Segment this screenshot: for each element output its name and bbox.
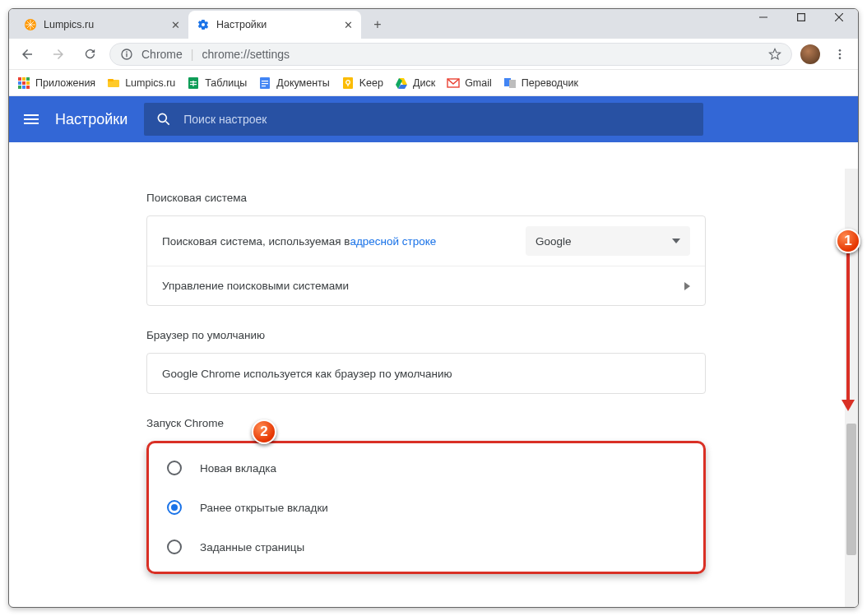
annotation-ball-2: 2 [252,419,276,444]
address-bar-link[interactable]: адресной строке [350,235,436,248]
svg-point-10 [839,57,842,59]
folder-icon [107,76,120,90]
page-title: Настройки [55,111,128,128]
radio-icon[interactable] [167,461,182,475]
svg-rect-14 [18,81,21,85]
window-maximize[interactable] [782,8,820,30]
svg-rect-15 [22,81,26,85]
window-close[interactable] [820,8,858,30]
omnibox-origin: Chrome [141,48,183,61]
search-engine-card: Поисковая система, используемая в адресн… [146,215,706,306]
apps-icon [17,76,30,90]
scrollbar-thumb[interactable] [846,424,856,555]
annotation-arrow [846,253,850,401]
favicon-lumpics [24,18,37,31]
back-button[interactable] [16,43,39,66]
bookmarks-bar: Приложения Lumpics.ru Таблицы Документы … [9,70,858,96]
keep-icon [341,76,355,90]
svg-rect-7 [126,53,127,57]
default-browser-row: Google Chrome используется как браузер п… [147,354,705,393]
svg-rect-27 [262,81,268,81]
chevron-right-icon [684,282,690,290]
site-info-icon[interactable] [120,48,133,61]
section-title-default-browser: Браузер по умолчанию [146,329,706,341]
sheets-icon [187,76,200,90]
svg-rect-25 [193,81,194,86]
svg-point-8 [839,49,842,52]
settings-search-input[interactable] [183,113,692,126]
search-engine-select[interactable]: Google [526,226,690,256]
svg-rect-38 [509,80,516,88]
omnibox[interactable]: Chrome | chrome://settings [109,43,792,66]
toolbar: Chrome | chrome://settings [9,39,858,70]
tab-lumpics[interactable]: Lumpics.ru ✕ [16,11,188,39]
svg-rect-19 [26,86,30,89]
omnibox-url: chrome://settings [202,48,290,61]
settings-search[interactable] [144,103,703,136]
startup-option-specific-pages[interactable]: Заданные страницы [149,527,703,567]
bookmark-sheets[interactable]: Таблицы [187,76,247,90]
tab-settings[interactable]: Настройки ✕ [188,11,361,39]
svg-rect-28 [262,83,268,84]
section-title-search-engine: Поисковая система [146,192,706,204]
bookmark-docs[interactable]: Документы [258,76,329,90]
menu-icon[interactable] [24,114,39,124]
svg-point-6 [126,51,128,53]
section-title-startup: Запуск Chrome [146,417,706,429]
reload-button[interactable] [78,43,101,66]
startup-option-continue[interactable]: Ранее открытые вкладки [149,488,703,527]
search-engine-row[interactable]: Поисковая система, используемая в адресн… [147,216,705,266]
svg-rect-2 [798,14,805,21]
bookmark-keep[interactable]: Keep [341,76,383,90]
svg-rect-11 [18,77,21,81]
drive-icon [395,76,408,90]
bookmark-gmail[interactable]: Gmail [447,76,492,90]
settings-header: Настройки [9,96,858,142]
svg-rect-16 [26,81,30,85]
svg-rect-13 [26,77,30,81]
svg-marker-41 [672,239,680,243]
svg-marker-42 [684,282,690,290]
svg-rect-12 [22,77,26,81]
svg-rect-32 [347,84,348,86]
translate-icon [503,76,517,90]
svg-point-39 [159,113,167,122]
bookmark-lumpics[interactable]: Lumpics.ru [107,76,175,90]
svg-point-9 [839,53,842,55]
bookmark-translate[interactable]: Переводчик [503,76,578,90]
annotation-ball-1: 1 [836,229,860,253]
window-minimize[interactable] [744,8,782,30]
annotation-arrow-head [842,400,855,411]
tab-title: Настройки [216,19,344,30]
settings-content: Поисковая система Поисковая система, исп… [9,169,843,607]
svg-rect-17 [18,86,21,89]
manage-search-engines-row[interactable]: Управление поисковыми системами [147,266,705,305]
radio-icon[interactable] [167,540,182,554]
menu-button[interactable] [828,43,851,66]
startup-card-highlighted: Новая вкладка Ранее открытые вкладки Зад… [146,441,706,574]
bookmark-drive[interactable]: Диск [395,76,435,90]
svg-rect-21 [108,79,114,81]
default-browser-card: Google Chrome используется как браузер п… [146,353,706,394]
bookmark-star-icon[interactable] [768,48,781,61]
svg-line-40 [166,122,169,125]
svg-rect-30 [343,77,353,89]
gear-icon [197,18,210,31]
docs-icon [258,76,271,90]
close-icon[interactable]: ✕ [171,19,180,31]
svg-rect-29 [262,86,266,86]
profile-avatar[interactable] [800,44,820,64]
chevron-down-icon [672,239,680,243]
forward-button[interactable] [47,43,70,66]
browser-window: Lumpics.ru ✕ Настройки ✕ + [8,8,859,608]
search-icon [155,111,172,127]
svg-rect-18 [22,86,26,89]
apps-shortcut[interactable]: Приложения [17,76,95,90]
close-icon[interactable]: ✕ [344,19,353,31]
new-tab-button[interactable]: + [366,13,389,36]
radio-icon[interactable] [167,500,182,515]
gmail-icon [447,76,460,90]
startup-option-new-tab[interactable]: Новая вкладка [149,448,703,488]
tab-strip: Lumpics.ru ✕ Настройки ✕ + [9,9,858,39]
tab-title: Lumpics.ru [44,19,171,30]
